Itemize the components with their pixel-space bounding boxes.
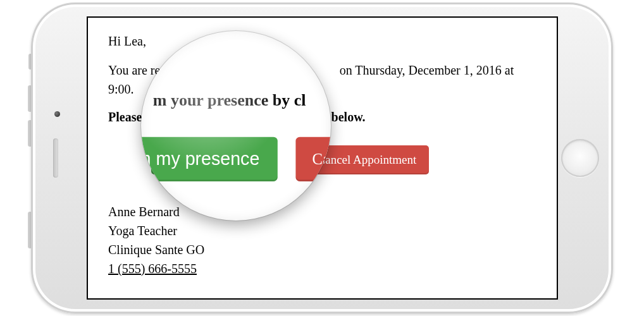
confirm-presence-button[interactable]: Confirm my presence <box>151 145 291 174</box>
home-button[interactable] <box>561 139 599 177</box>
email-instruction: Please confirm your presence by clicking… <box>108 107 536 126</box>
cancel-appointment-button[interactable]: Cancel Appointment <box>305 145 430 174</box>
signature-clinic: Clinique Sante GO <box>108 240 536 259</box>
email-body-line: You are registered xxxxxxxxxxxxxxxxxxxxx… <box>108 61 536 99</box>
email-content: Hi Lea, You are registered xxxxxxxxxxxxx… <box>87 16 558 300</box>
front-camera-icon <box>54 111 60 117</box>
email-greeting: Hi Lea, <box>108 32 536 51</box>
phone-frame: Hi Lea, You are registered xxxxxxxxxxxxx… <box>31 3 613 313</box>
signature-name: Anne Bernard <box>108 202 536 221</box>
email-signature: Anne Bernard Yoga Teacher Clinique Sante… <box>108 202 536 278</box>
body-prefix: You are registered <box>108 63 201 77</box>
signature-phone[interactable]: 1 (555) 666-5555 <box>108 259 536 278</box>
button-row: Confirm my presence Cancel Appointment <box>108 145 536 174</box>
earpiece-speaker <box>53 138 58 178</box>
signature-title: Yoga Teacher <box>108 221 536 240</box>
